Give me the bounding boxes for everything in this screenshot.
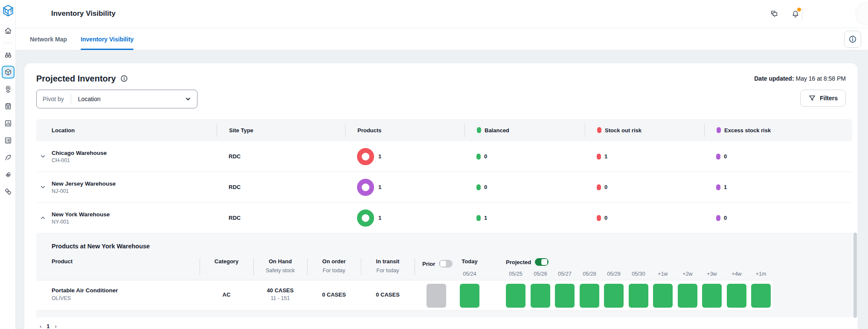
sidebar-item-insights[interactable] — [0, 47, 16, 64]
sidebar-item-integrations[interactable] — [0, 183, 16, 200]
expand-row-button[interactable] — [36, 154, 49, 159]
stock-out-count: 0 — [604, 184, 607, 190]
subcol-divider — [415, 258, 415, 275]
product-name[interactable]: Portable Air Conditioner — [52, 287, 118, 294]
projected-status-cell[interactable] — [678, 284, 697, 308]
chevron-down-icon — [40, 184, 46, 190]
pivot-value: Location — [78, 96, 101, 102]
sidebar-item-lists[interactable] — [0, 132, 16, 149]
filters-button[interactable]: Filters — [800, 90, 846, 107]
products-cell: 1 — [345, 179, 464, 196]
pagination: ‹ 1 › — [40, 323, 858, 329]
list-icon — [2, 134, 15, 147]
col-products: Products — [345, 123, 464, 137]
col-excess-stock-risk: Excess stock risk — [704, 123, 852, 137]
subcol-divider — [307, 258, 308, 275]
products-cell: 1 — [345, 210, 464, 227]
avatar[interactable] — [856, 3, 868, 24]
stock-out-dot — [597, 215, 601, 221]
info-button[interactable] — [844, 31, 861, 48]
expand-row-button[interactable] — [36, 184, 49, 190]
chat-button[interactable] — [768, 8, 781, 20]
expanded-products-panel: Products at New York Warehouse Product C… — [36, 233, 858, 317]
projected-status-cell[interactable] — [506, 284, 525, 308]
projected-status-cell[interactable] — [653, 284, 673, 308]
package-icon — [2, 66, 15, 79]
projected-toggle[interactable] — [535, 258, 549, 266]
timeline-date: 05/28 — [577, 271, 602, 277]
table-header: Location Site Type Products Balanced Sto… — [36, 119, 852, 141]
balanced-cell: 0 — [464, 153, 585, 160]
safety-stock-range: 11 - 151 — [255, 295, 306, 301]
subcol-divider — [253, 258, 254, 275]
products-count: 1 — [378, 215, 381, 221]
next-page-button[interactable]: › — [55, 323, 57, 329]
projected-status-cell[interactable] — [555, 284, 575, 308]
products-donut-chart — [357, 179, 374, 196]
current-page[interactable]: 1 — [46, 323, 49, 329]
sidebar-item-home[interactable] — [0, 22, 16, 39]
subcol-in-transit-label: In transit — [376, 258, 400, 265]
product-category: AC — [201, 291, 252, 298]
subcol-on-order-sub: For today — [308, 268, 360, 274]
location-name[interactable]: New York Warehouse — [52, 211, 217, 218]
pivot-by-select[interactable]: Pivot by Location — [36, 90, 197, 108]
projected-status-cell[interactable] — [702, 284, 722, 308]
prior-status-cell[interactable] — [427, 284, 446, 308]
projected-status-cell[interactable] — [580, 284, 599, 308]
sidebar-item-orders[interactable] — [0, 98, 16, 115]
main-content: Projected Inventory Date updated: May 16… — [16, 50, 868, 329]
projected-status-cell[interactable] — [751, 284, 771, 308]
date-updated-value: May 16 at 8:58 PM — [795, 75, 846, 82]
panel-title-text: Projected Inventory — [36, 74, 116, 84]
balanced-dot — [476, 215, 481, 221]
clipboard-icon — [2, 100, 15, 113]
product-row: Portable Air Conditioner OLIVES AC 40 CA… — [36, 280, 772, 311]
target-icon — [2, 168, 15, 181]
excess-dot — [716, 184, 720, 190]
binoculars-icon — [2, 49, 15, 61]
sidebar-item-network[interactable] — [0, 81, 16, 98]
sidebar-item-inventory[interactable] — [0, 64, 16, 81]
topbar-divider — [802, 8, 802, 20]
location-pin-icon — [2, 83, 15, 96]
projected-status-cell[interactable] — [629, 284, 648, 308]
tab-network-map[interactable]: Network Map — [30, 28, 67, 50]
sidebar-item-demand[interactable] — [0, 166, 16, 183]
col-balanced-label: Balanced — [485, 127, 509, 134]
notifications-button[interactable] — [789, 8, 802, 20]
table-row: New York Warehouse NY-001 RDC 1 1 0 0 — [36, 203, 852, 233]
location-code: CH-001 — [52, 157, 217, 163]
balanced-cell: 1 — [464, 215, 585, 221]
today-status-cell[interactable] — [460, 284, 479, 308]
chevron-down-icon — [40, 154, 46, 159]
prior-label: Prior — [422, 261, 435, 267]
prior-toggle-group: Prior — [422, 260, 453, 268]
projected-status-cell[interactable] — [727, 284, 746, 308]
excess-dot — [717, 127, 721, 133]
location-name[interactable]: Chicago Warehouse — [52, 150, 217, 156]
collapse-row-button[interactable] — [36, 215, 49, 221]
sidebar-item-analytics[interactable] — [0, 115, 16, 132]
stock-out-count: 0 — [604, 215, 607, 221]
location-name[interactable]: New Jersey Warehouse — [52, 181, 217, 187]
scrollbar-thumb[interactable] — [853, 233, 857, 318]
previous-page-button[interactable]: ‹ — [40, 323, 41, 329]
prior-toggle[interactable] — [439, 260, 453, 268]
balanced-cell: 0 — [464, 184, 585, 190]
sidebar-item-sustainability[interactable] — [0, 149, 16, 166]
excess-count: 0 — [724, 153, 727, 160]
subcol-on-hand: On Hand Safety stock — [255, 258, 306, 274]
excess-cell: 1 — [704, 184, 852, 190]
today-label: Today — [457, 258, 482, 265]
panel-title: Projected Inventory — [36, 74, 128, 84]
leaf-icon — [2, 151, 15, 164]
info-icon[interactable] — [120, 75, 128, 82]
projected-status-cell[interactable] — [531, 284, 550, 308]
date-updated-label: Date updated: — [754, 75, 794, 82]
home-icon — [2, 24, 15, 37]
projected-status-cell[interactable] — [604, 284, 624, 308]
stock-out-dot — [597, 154, 601, 160]
tab-inventory-visibility[interactable]: Inventory Visibility — [81, 28, 134, 50]
boxes-icon — [2, 185, 15, 198]
